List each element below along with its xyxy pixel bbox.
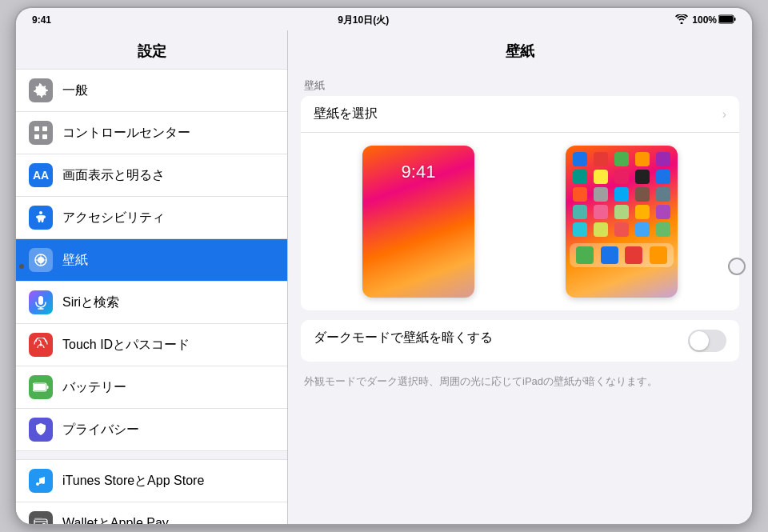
svg-point-17 (36, 482, 39, 486)
display-label: 画面表示と明るさ (62, 167, 165, 184)
battery-text: 100% (692, 14, 717, 26)
svg-point-8 (39, 211, 42, 214)
battery-label: バッテリー (62, 379, 126, 396)
select-wallpaper-label: 壁紙を選択 (314, 106, 378, 122)
main-content: 設定 一般 (16, 30, 752, 524)
dock (570, 243, 674, 267)
siri-label: Siriと検索 (62, 294, 119, 311)
sidebar-item-wallpaper[interactable]: 壁紙 (16, 239, 287, 282)
svg-rect-22 (34, 518, 42, 520)
home-icon (594, 187, 608, 202)
chevron-icon: › (722, 107, 726, 122)
sidebar-item-privacy[interactable]: プライバシー (16, 409, 287, 451)
accessibility-icon (29, 206, 53, 230)
svg-rect-4 (34, 126, 39, 131)
siri-icon (29, 290, 53, 314)
sidebar-item-touchid[interactable]: Touch IDとパスコード (16, 324, 287, 366)
dark-mode-card: ダークモードで壁紙を暗くする (301, 320, 739, 362)
svg-point-18 (42, 481, 45, 484)
svg-rect-6 (34, 134, 39, 139)
svg-point-13 (40, 344, 42, 346)
home-icon (635, 222, 650, 237)
itunes-icon (29, 469, 53, 493)
wallpaper-label: 壁紙 (62, 252, 88, 269)
dock-icon (625, 246, 642, 264)
home-icon (656, 222, 670, 237)
sidebar-list: 一般 コントロールセンター (16, 69, 287, 524)
sidebar-item-siri[interactable]: Siriと検索 (16, 282, 287, 324)
home-icon (594, 222, 608, 237)
battery-icon (718, 14, 736, 26)
dark-mode-toggle[interactable] (688, 330, 726, 352)
group-divider-1 (16, 451, 287, 459)
detail-title: 壁紙 (288, 30, 752, 69)
ipad-frame: 9:41 9月10日(火) 100% 設定 (16, 8, 752, 524)
home-icon (594, 170, 608, 184)
home-icon (656, 205, 670, 219)
svg-rect-7 (42, 134, 47, 139)
home-icon (573, 152, 587, 166)
toggle-row: ダークモードで壁紙を暗くする (301, 320, 739, 362)
home-icon-row-2 (570, 170, 674, 184)
home-icon (594, 205, 608, 219)
wallpaper-card: 壁紙を選択 › 9:41 (301, 96, 739, 310)
sidebar-item-accessibility[interactable]: アクセシビリティ (16, 197, 287, 239)
display-icon: AA (29, 163, 53, 187)
control-icon (29, 121, 53, 145)
home-icon (635, 187, 650, 202)
home-icon-row-3 (570, 187, 674, 202)
home-icon (573, 222, 587, 237)
lock-time: 9:41 (402, 162, 436, 182)
dock-icon (650, 246, 667, 264)
home-icon (656, 152, 670, 166)
privacy-icon (29, 418, 53, 442)
lock-screen-preview[interactable]: 9:41 (362, 146, 474, 298)
accessibility-label: アクセシビリティ (62, 210, 165, 226)
toggle-label: ダークモードで壁紙を暗くする (314, 330, 680, 346)
sidebar-item-itunes[interactable]: iTunes StoreとApp Store (16, 459, 287, 502)
home-icon (614, 152, 629, 166)
home-button[interactable] (728, 258, 746, 275)
svg-rect-1 (719, 16, 733, 22)
svg-rect-16 (47, 386, 49, 389)
battery-item-icon (29, 375, 53, 399)
wallet-icon (29, 511, 53, 524)
toggle-knob (690, 331, 709, 350)
battery-indicator: 100% (692, 14, 736, 26)
wallpaper-icon (29, 248, 53, 272)
status-date: 9月10日(火) (338, 14, 389, 27)
home-icon (656, 187, 670, 202)
home-icon (594, 152, 608, 166)
sidebar-title: 設定 (16, 30, 287, 69)
home-icon (635, 170, 650, 184)
touchid-label: Touch IDとパスコード (62, 337, 190, 354)
home-icon (635, 152, 650, 166)
control-label: コントロールセンター (62, 125, 190, 142)
svg-rect-20 (42, 523, 46, 524)
sidebar-item-control[interactable]: コントロールセンター (16, 112, 287, 154)
sidebar-item-general[interactable]: 一般 (16, 69, 287, 112)
dock-icon (576, 246, 594, 264)
privacy-label: プライバシー (62, 422, 139, 438)
sidebar-item-wallet[interactable]: WalletとApple Pay (16, 502, 287, 524)
home-screen-preview[interactable] (566, 146, 678, 298)
home-icon (573, 205, 587, 219)
wallpaper-previews: 9:41 (301, 133, 739, 310)
home-icon (656, 170, 670, 184)
select-wallpaper-row[interactable]: 壁紙を選択 › (301, 96, 739, 133)
home-icon-row-1 (570, 152, 674, 166)
general-label: 一般 (62, 82, 88, 99)
svg-rect-5 (42, 126, 47, 131)
status-bar: 9:41 9月10日(火) 100% (16, 8, 752, 30)
sidebar: 設定 一般 (16, 30, 288, 524)
svg-rect-2 (734, 18, 736, 21)
home-icon (614, 222, 629, 237)
home-icon (573, 187, 587, 202)
section-label: 壁紙 (288, 69, 752, 96)
svg-rect-15 (34, 384, 46, 390)
sidebar-item-battery[interactable]: バッテリー (16, 366, 287, 409)
sidebar-item-display[interactable]: AA 画面表示と明るさ (16, 154, 287, 197)
home-icon-row-5 (570, 222, 674, 237)
toggle-description: 外観モードでダーク選択時、周囲の光に応じてiPadの壁紙が暗くなります。 (288, 371, 752, 398)
home-icon (614, 205, 629, 219)
